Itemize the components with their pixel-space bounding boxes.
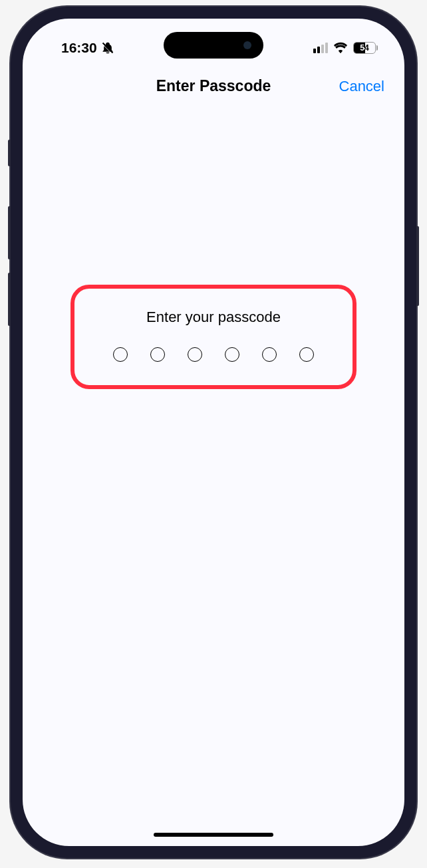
- passcode-dot: [299, 347, 314, 362]
- dynamic-island: [164, 32, 263, 59]
- passcode-entry-highlight: Enter your passcode: [71, 285, 356, 389]
- wifi-icon: [333, 42, 348, 54]
- status-left: 16:30: [61, 40, 114, 56]
- status-time: 16:30: [61, 40, 97, 56]
- screen: 16:30: [23, 19, 404, 846]
- passcode-dot: [225, 347, 239, 362]
- cancel-button[interactable]: Cancel: [339, 78, 384, 95]
- home-indicator[interactable]: [154, 833, 273, 837]
- silent-switch: [8, 140, 11, 166]
- battery-percent: 54: [354, 43, 375, 53]
- nav-bar: Enter Passcode Cancel: [23, 65, 404, 107]
- passcode-dot: [113, 347, 128, 362]
- passcode-dot: [262, 347, 277, 362]
- silent-mode-icon: [101, 41, 114, 55]
- passcode-dot: [150, 347, 165, 362]
- battery-icon: 54: [353, 42, 378, 54]
- cellular-signal-icon: [313, 43, 328, 53]
- volume-down-button: [8, 273, 11, 326]
- status-right: 54: [313, 42, 378, 54]
- phone-frame: 16:30: [11, 7, 416, 858]
- page-title: Enter Passcode: [156, 77, 271, 95]
- power-button: [416, 226, 419, 306]
- passcode-input[interactable]: [113, 347, 314, 362]
- passcode-prompt: Enter your passcode: [146, 309, 281, 326]
- volume-up-button: [8, 206, 11, 259]
- passcode-dot: [188, 347, 202, 362]
